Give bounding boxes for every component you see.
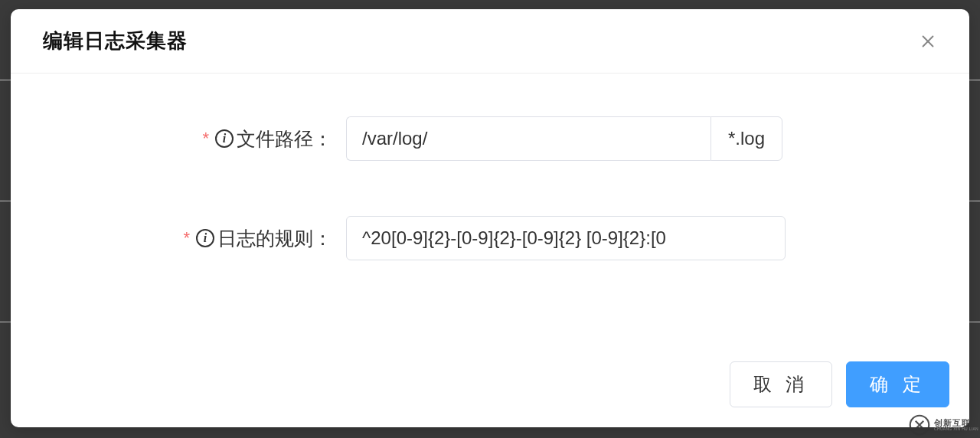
edit-log-collector-modal: 编辑日志采集器 * i 文件路径： *.log * i 日志的规则： xyxy=(11,9,969,427)
log-rule-label: * i 日志的规则： xyxy=(41,226,338,251)
modal-header: 编辑日志采集器 xyxy=(11,9,969,74)
log-rule-input-group xyxy=(346,216,786,260)
info-icon[interactable]: i xyxy=(215,129,234,148)
modal-footer: 取 消 确 定 xyxy=(11,355,969,427)
watermark: 创新互联 CHUANG XIN HU LIAN xyxy=(908,413,978,436)
log-rule-input[interactable] xyxy=(346,216,786,260)
field-log-rule: * i 日志的规则： xyxy=(41,216,939,260)
label-text: 日志的规则： xyxy=(217,226,332,251)
watermark-text: 创新互联 CHUANG XIN HU LIAN xyxy=(934,419,978,432)
field-file-path: * i 文件路径： *.log xyxy=(41,116,939,161)
modal-body: * i 文件路径： *.log * i 日志的规则： xyxy=(11,74,969,355)
required-asterisk: * xyxy=(202,129,209,149)
info-icon[interactable]: i xyxy=(196,229,214,247)
watermark-sub: CHUANG XIN HU LIAN xyxy=(934,427,978,431)
file-path-input[interactable] xyxy=(346,116,710,161)
file-path-input-group: *.log xyxy=(346,116,782,161)
close-icon xyxy=(920,33,936,50)
label-text: 文件路径： xyxy=(237,126,332,152)
modal-title: 编辑日志采集器 xyxy=(43,28,188,54)
confirm-button[interactable]: 确 定 xyxy=(846,361,949,407)
watermark-logo-icon xyxy=(908,413,931,436)
close-button[interactable] xyxy=(917,31,939,52)
cancel-button[interactable]: 取 消 xyxy=(730,361,833,407)
file-ext-addon: *.log xyxy=(710,116,782,161)
file-path-label: * i 文件路径： xyxy=(41,126,338,152)
required-asterisk: * xyxy=(183,228,190,248)
